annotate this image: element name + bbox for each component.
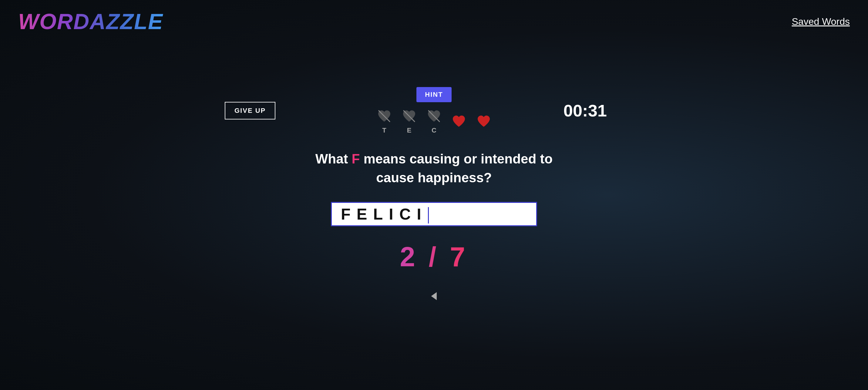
heart-active-2: [476, 113, 492, 129]
timer: 00:31: [563, 101, 607, 120]
answer-cursor: [428, 207, 429, 223]
hearts-container: T E C: [376, 108, 492, 134]
heart-item-2: E: [401, 108, 417, 134]
answer-text: FELICI: [332, 205, 536, 223]
heart-letter-1: T: [382, 126, 386, 134]
question-highlight: F: [352, 151, 360, 166]
heart-item-4: [451, 113, 467, 129]
heart-item-5: [476, 113, 492, 129]
heart-letter-3: C: [432, 126, 436, 134]
question-prefix: What: [315, 151, 352, 166]
give-up-button[interactable]: GIVE UP: [225, 102, 275, 119]
heart-item-1: T: [376, 108, 392, 134]
heart-item-3: C: [426, 108, 442, 134]
score-counter: 2 / 7: [400, 241, 468, 273]
question: What F means causing or intended to caus…: [298, 150, 570, 187]
hint-button[interactable]: HINT: [416, 87, 451, 102]
heart-used-2: [401, 108, 417, 124]
nav-arrow-left[interactable]: ◄: [429, 288, 439, 303]
heart-active-1: [451, 113, 467, 129]
heart-used-1: [376, 108, 392, 124]
heart-used-3: [426, 108, 442, 124]
game-area: HINT GIVE UP 00:31 T E: [298, 87, 570, 303]
saved-words-link[interactable]: Saved Words: [792, 16, 850, 27]
lives-row: HINT GIVE UP 00:31 T E: [376, 87, 492, 134]
logo: WORDAZZLE: [18, 9, 163, 34]
header: WORDAZZLE Saved Words: [0, 0, 868, 43]
question-suffix: means causing or intended to cause happi…: [360, 151, 553, 185]
heart-letter-2: E: [407, 126, 411, 134]
answer-container[interactable]: FELICI: [331, 202, 537, 226]
answer-typed: FELICI: [341, 205, 427, 222]
